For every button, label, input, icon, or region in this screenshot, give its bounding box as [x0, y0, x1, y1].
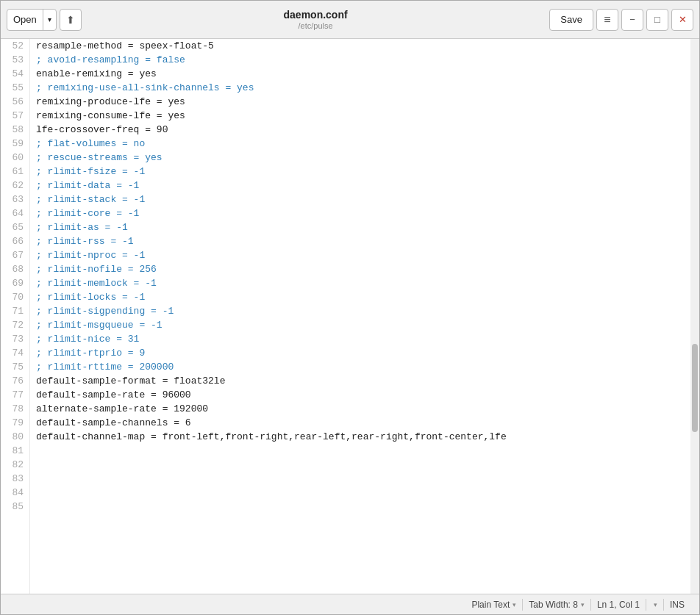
- plain-text-arrow: ▾: [512, 601, 516, 608]
- upload-button[interactable]: ⬆: [60, 9, 82, 31]
- main-window: Open ▾ ⬆ daemon.conf /etc/pulse Save ≡ −…: [0, 0, 700, 615]
- line-number: 73: [1, 332, 29, 346]
- titlebar: Open ▾ ⬆ daemon.conf /etc/pulse Save ≡ −…: [1, 1, 699, 39]
- code-line: ; rlimit-memlock = -1: [36, 276, 685, 290]
- code-line: ; rlimit-sigpending = -1: [36, 304, 685, 318]
- line-number: 76: [1, 374, 29, 388]
- line-number: 79: [1, 416, 29, 430]
- line-numbers: 5253545556575859606162636465666768697071…: [1, 39, 30, 594]
- line-number: 71: [1, 304, 29, 318]
- line-number: 78: [1, 402, 29, 416]
- code-line: ; rlimit-msgqueue = -1: [36, 318, 685, 332]
- line-number: 52: [1, 39, 29, 53]
- code-line: ; rlimit-core = -1: [36, 206, 685, 220]
- code-line: ; rlimit-rtprio = 9: [36, 346, 685, 360]
- code-line: ; rlimit-stack = -1: [36, 193, 685, 206]
- code-line: default-sample-format = float32le: [36, 374, 685, 388]
- line-number: 57: [1, 109, 29, 123]
- code-line: ; flat-volumes = no: [36, 137, 685, 151]
- plain-text-selector[interactable]: Plain Text ▾: [465, 600, 522, 610]
- plain-text-label: Plain Text: [471, 600, 510, 610]
- line-number: 55: [1, 81, 29, 95]
- tab-width-selector[interactable]: Tab Width: 8 ▾: [523, 600, 590, 610]
- scrollbar-thumb[interactable]: [692, 344, 698, 432]
- line-number: 84: [1, 486, 29, 500]
- code-line: ; avoid-resampling = false: [36, 53, 685, 67]
- line-number: 67: [1, 248, 29, 262]
- window-path: /etc/pulse: [82, 21, 550, 30]
- line-number: 69: [1, 276, 29, 290]
- position-arrow: ▾: [654, 601, 657, 608]
- titlebar-left: Open ▾ ⬆: [7, 9, 82, 31]
- code-line: ; rlimit-fsize = -1: [36, 165, 685, 179]
- window-title: daemon.conf: [82, 9, 550, 21]
- code-line: ; rlimit-locks = -1: [36, 290, 685, 304]
- line-number: 81: [1, 444, 29, 458]
- code-editor[interactable]: resample-method = speex-float-5; avoid-r…: [30, 39, 690, 594]
- line-number: 59: [1, 137, 29, 151]
- open-button[interactable]: Open ▾: [7, 9, 57, 31]
- line-number: 75: [1, 360, 29, 374]
- code-line: lfe-crossover-freq = 90: [36, 123, 685, 137]
- line-number: 54: [1, 67, 29, 81]
- code-line: ; rlimit-nproc = -1: [36, 248, 685, 262]
- line-number: 53: [1, 53, 29, 67]
- open-label: Open: [7, 14, 43, 25]
- code-line: ; rlimit-as = -1: [36, 220, 685, 234]
- position-dropdown[interactable]: ▾: [646, 601, 663, 608]
- tab-width-label: Tab Width: 8: [529, 600, 578, 610]
- titlebar-center: daemon.conf /etc/pulse: [82, 9, 550, 30]
- line-number: 61: [1, 165, 29, 179]
- code-line: ; rescue-streams = yes: [36, 151, 685, 165]
- line-number: 77: [1, 388, 29, 402]
- code-line: remixing-produce-lfe = yes: [36, 95, 685, 109]
- line-number: 70: [1, 290, 29, 304]
- line-number: 83: [1, 472, 29, 486]
- code-line: resample-method = speex-float-5: [36, 39, 685, 53]
- minimize-button[interactable]: −: [621, 9, 643, 31]
- line-number: 62: [1, 179, 29, 193]
- code-line: ; rlimit-nice = 31: [36, 332, 685, 346]
- code-line: ; rlimit-rss = -1: [36, 234, 685, 248]
- scrollbar-track[interactable]: [690, 39, 699, 594]
- line-number: 82: [1, 458, 29, 472]
- code-line: remixing-consume-lfe = yes: [36, 109, 685, 123]
- tab-width-arrow: ▾: [581, 601, 585, 608]
- line-number: 80: [1, 430, 29, 444]
- upload-icon: ⬆: [66, 14, 75, 26]
- line-number: 60: [1, 151, 29, 165]
- code-line: ; rlimit-data = -1: [36, 179, 685, 193]
- code-line: ; rlimit-nofile = 256: [36, 262, 685, 276]
- code-line: ; rlimit-rttime = 200000: [36, 360, 685, 374]
- menu-button[interactable]: ≡: [596, 9, 618, 31]
- line-number: 64: [1, 206, 29, 220]
- line-number: 72: [1, 318, 29, 332]
- line-number: 63: [1, 193, 29, 206]
- cursor-position: Ln 1, Col 1: [591, 600, 646, 610]
- code-line: default-sample-channels = 6: [36, 416, 685, 430]
- line-number: 66: [1, 234, 29, 248]
- save-button[interactable]: Save: [549, 9, 593, 31]
- line-number: 85: [1, 500, 29, 514]
- ins-label: INS: [664, 600, 690, 610]
- code-line: default-sample-rate = 96000: [36, 388, 685, 402]
- code-line: enable-remixing = yes: [36, 67, 685, 81]
- maximize-button[interactable]: □: [646, 9, 668, 31]
- line-number: 56: [1, 95, 29, 109]
- line-number: 65: [1, 220, 29, 234]
- line-number: 68: [1, 262, 29, 276]
- line-number: 74: [1, 346, 29, 360]
- code-line: ; remixing-use-all-sink-channels = yes: [36, 81, 685, 95]
- statusbar: Plain Text ▾ Tab Width: 8 ▾ Ln 1, Col 1 …: [1, 594, 699, 614]
- line-number: 58: [1, 123, 29, 137]
- editor-area: 5253545556575859606162636465666768697071…: [1, 39, 699, 594]
- titlebar-right: Save ≡ − □ ✕: [549, 9, 693, 31]
- open-dropdown-arrow[interactable]: ▾: [43, 10, 56, 30]
- code-line: default-channel-map = front-left,front-r…: [36, 430, 685, 444]
- code-line: alternate-sample-rate = 192000: [36, 402, 685, 416]
- close-button[interactable]: ✕: [671, 9, 693, 31]
